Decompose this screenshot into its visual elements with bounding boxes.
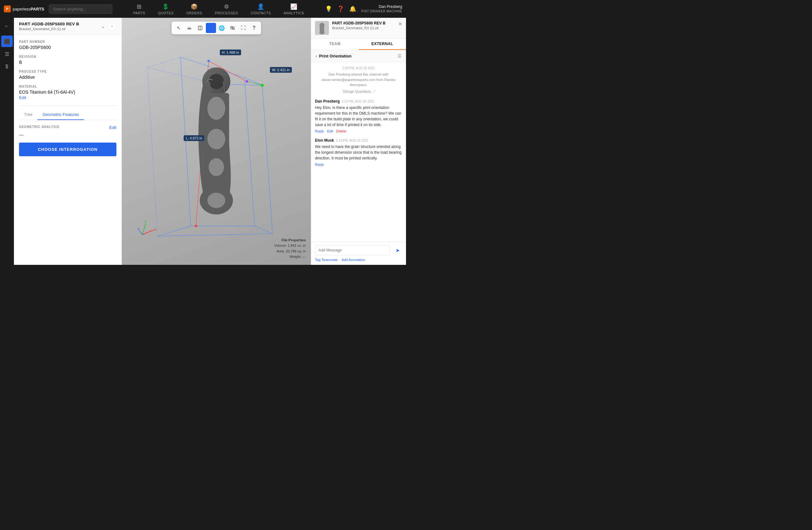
rp-tabs: TEAM EXTERNAL bbox=[311, 39, 406, 50]
svg-point-26 bbox=[195, 225, 197, 227]
orders-icon: 📦 bbox=[191, 3, 198, 10]
svg-point-30 bbox=[207, 97, 225, 120]
message-1-actions: Reply Edit Delete bbox=[315, 129, 402, 133]
process-type-label: PROCESS TYPE bbox=[19, 70, 116, 73]
nav-label-analytics: ANALYTICS bbox=[284, 11, 304, 15]
svg-point-34 bbox=[207, 193, 225, 208]
message-1-delete-button[interactable]: Delete bbox=[336, 129, 346, 133]
part-header: PART #GDB-205PS600 REV B Bracket_Generat… bbox=[14, 18, 121, 35]
rp-tab-team[interactable]: TEAM bbox=[311, 39, 359, 50]
nav-item-analytics[interactable]: 📈 ANALYTICS bbox=[277, 1, 310, 17]
svg-line-37 bbox=[142, 224, 146, 235]
sidebar-layers-icon[interactable]: ☰ bbox=[1, 48, 13, 60]
system-message: 2:09 PM, AUG 26 2021 Dan Presberg shared… bbox=[315, 66, 402, 94]
svg-point-44 bbox=[319, 30, 324, 34]
quotes-icon: 💲 bbox=[162, 3, 169, 10]
material-field: MATERIAL EOS Titanium 64 (Ti-6Al-4V) Edi… bbox=[19, 85, 116, 100]
nav-label-parts: PARTS bbox=[133, 11, 145, 15]
lightbulb-icon[interactable]: 💡 bbox=[325, 5, 332, 12]
chat-back-chevron[interactable]: ‹ bbox=[316, 53, 317, 58]
svg-line-18 bbox=[262, 85, 273, 234]
nav-label-quotes: QUOTES bbox=[158, 11, 174, 15]
svg-point-23 bbox=[207, 60, 210, 62]
message-1-reply-button[interactable]: Reply bbox=[315, 129, 324, 133]
tab-geometric-features[interactable]: Geometric Features bbox=[38, 110, 84, 120]
rp-part-file: Bracket_Generated_R3 (1).stl bbox=[332, 26, 398, 30]
message-1: Dan Presberg 2:12 PM, AUG 26 2021 Hey El… bbox=[315, 99, 402, 133]
right-panel: PART #GDB-205PS600 REV B Bracket_Generat… bbox=[311, 18, 406, 265]
geo-analysis-label: GEOMETRIC ANALYSIS bbox=[19, 125, 59, 129]
nav-label-orders: ORDERS bbox=[186, 11, 202, 15]
svg-point-31 bbox=[207, 129, 225, 149]
material-value: EOS Titanium 64 (Ti-6Al-4V) bbox=[19, 89, 116, 95]
processes-icon: ⚙ bbox=[224, 3, 229, 10]
nav-item-quotes[interactable]: 💲 QUOTES bbox=[151, 1, 180, 17]
message-1-edit-button[interactable]: Edit bbox=[327, 129, 333, 133]
file-props-volume: Volume: 1.841 cu. in bbox=[274, 243, 306, 249]
dimension-width-label: W: 2.421 in bbox=[270, 67, 292, 73]
message-1-text: Hey Elon, is there a specific print orie… bbox=[315, 105, 402, 128]
close-right-panel-button[interactable]: ✕ bbox=[398, 21, 402, 27]
user-company: PINT DRINKER MACHINE bbox=[361, 9, 402, 13]
message-2-reply-button[interactable]: Reply bbox=[315, 163, 324, 166]
add-annotation-link[interactable]: Add Annotation bbox=[342, 258, 365, 262]
part-header-chevron[interactable]: ⌄ bbox=[101, 24, 105, 29]
svg-line-14 bbox=[158, 226, 191, 236]
message-1-author-row: Dan Presberg 2:12 PM, AUG 26 2021 bbox=[315, 99, 402, 103]
dimension-height-label: H: 1.468 in bbox=[220, 50, 241, 55]
message-2-text: We need to have the grain structure orie… bbox=[315, 144, 402, 161]
geo-analysis-edit-link[interactable]: Edit bbox=[110, 125, 116, 130]
svg-line-39 bbox=[139, 231, 142, 235]
nav-right: 💡 ❓ 🔔 Dan Presberg PINT DRINKER MACHINE bbox=[325, 4, 402, 14]
file-properties: File Properties Volume: 1.841 cu. in Are… bbox=[274, 238, 306, 260]
svg-point-24 bbox=[246, 80, 248, 83]
back-button[interactable]: ← bbox=[1, 20, 13, 32]
geo-analysis-row: GEOMETRIC ANALYSIS Edit bbox=[19, 125, 116, 130]
rp-messages: 2:09 PM, AUG 26 2021 Dan Presberg shared… bbox=[311, 62, 406, 242]
svg-text:X: X bbox=[154, 228, 156, 231]
message-1-time: 2:12 PM, AUG 26 2021 bbox=[342, 100, 374, 103]
notifications-icon[interactable]: 🔔 bbox=[349, 5, 356, 12]
icon-sidebar: ← ⬛ ☰ $ bbox=[0, 18, 14, 265]
message-input[interactable] bbox=[315, 245, 390, 255]
rp-part-info: PART #GDB-205PS600 REV B Bracket_Generat… bbox=[332, 21, 398, 30]
rp-tab-external[interactable]: EXTERNAL bbox=[359, 39, 406, 50]
send-message-button[interactable]: ➤ bbox=[393, 246, 402, 255]
message-2-author: Elon Musk bbox=[315, 138, 334, 143]
nav-items: ⊞ PARTS 💲 QUOTES 📦 ORDERS ⚙ PROCESSES 👤 … bbox=[112, 1, 325, 17]
part-panel: PART #GDB-205PS600 REV B Bracket_Generat… bbox=[14, 18, 122, 265]
svg-text:Y: Y bbox=[145, 220, 147, 224]
sidebar-dollar-icon[interactable]: $ bbox=[1, 61, 13, 72]
tag-teammate-link[interactable]: Tag Teammate bbox=[315, 258, 338, 262]
nav-item-orders[interactable]: 📦 ORDERS bbox=[180, 1, 208, 17]
collapse-panel-button[interactable]: ‹ bbox=[107, 22, 116, 31]
svg-point-25 bbox=[261, 84, 264, 87]
main-layout: ← ⬛ ☰ $ PART #GDB-205PS600 REV B Bracket… bbox=[0, 18, 406, 265]
part-number-field: PART NUMBER GDB-205PS600 bbox=[19, 40, 116, 50]
viewport[interactable]: ↖ 🌐 bbox=[122, 18, 311, 265]
svg-line-19 bbox=[147, 67, 158, 236]
help-icon[interactable]: ❓ bbox=[337, 5, 344, 12]
revision-field: REVISION B bbox=[19, 55, 116, 65]
choose-interrogation-button[interactable]: CHOOSE INTERROGATION bbox=[19, 143, 116, 156]
tab-tree[interactable]: Tree bbox=[19, 110, 38, 120]
message-2-actions: Reply bbox=[315, 163, 402, 166]
file-props-title: File Properties bbox=[274, 238, 306, 243]
search-input[interactable] bbox=[49, 4, 112, 14]
rp-part-thumbnail bbox=[315, 21, 329, 35]
rp-input-row: ➤ bbox=[315, 245, 402, 255]
chat-options-icon[interactable]: ☰ bbox=[397, 53, 402, 58]
svg-line-17 bbox=[158, 234, 273, 236]
revision-value: B bbox=[19, 60, 116, 65]
rp-part-title: PART #GDB-205PS600 REV B bbox=[332, 21, 398, 25]
sidebar-cube-icon[interactable]: ⬛ bbox=[1, 36, 13, 47]
material-label: MATERIAL bbox=[19, 85, 116, 88]
nav-item-processes[interactable]: ⚙ PROCESSES bbox=[208, 1, 244, 17]
nav-item-contacts[interactable]: 👤 CONTACTS bbox=[244, 1, 277, 17]
rp-header: PART #GDB-205PS600 REV B Bracket_Generat… bbox=[311, 18, 406, 39]
nav-item-parts[interactable]: ⊞ PARTS bbox=[127, 1, 151, 17]
part-tabs: Tree Geometric Features bbox=[19, 110, 116, 120]
material-edit-link[interactable]: Edit bbox=[19, 95, 26, 100]
part-number-label: PART NUMBER bbox=[19, 40, 116, 43]
svg-point-28 bbox=[209, 74, 224, 89]
